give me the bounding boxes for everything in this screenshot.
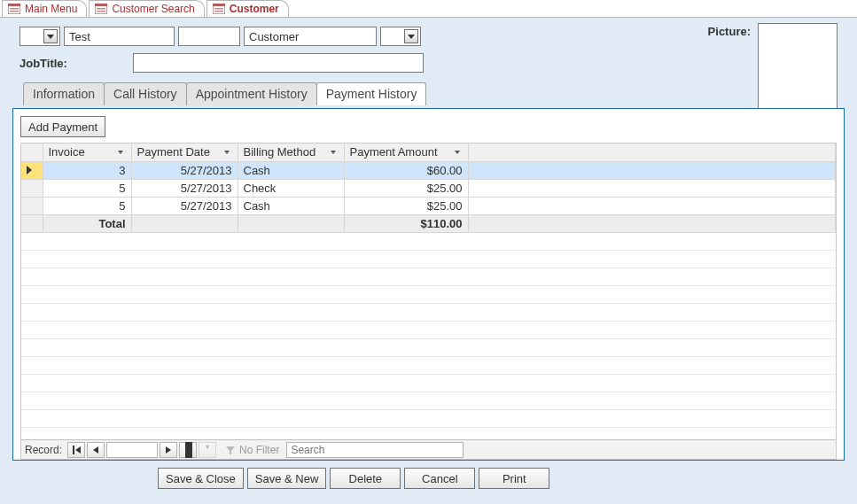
record-navigator: Record: No Filter Search bbox=[21, 439, 836, 459]
grid-header-row: Invoice Payment Date Billing Method Paym… bbox=[21, 143, 836, 161]
table-row[interactable]: 5 5/27/2013 Check $25.00 bbox=[21, 179, 836, 197]
cell-blank bbox=[238, 214, 344, 232]
recnav-label: Record: bbox=[25, 444, 62, 456]
cell-amount[interactable]: $25.00 bbox=[344, 179, 468, 197]
form-icon bbox=[8, 4, 20, 14]
filter-indicator[interactable]: No Filter bbox=[225, 444, 279, 456]
chevron-down-icon[interactable] bbox=[328, 147, 339, 158]
cell-blank bbox=[131, 214, 238, 232]
cell-method[interactable]: Cash bbox=[238, 197, 344, 214]
new-record-button[interactable] bbox=[199, 442, 216, 458]
app-tab-main-menu[interactable]: Main Menu bbox=[2, 0, 87, 17]
record-number-field[interactable] bbox=[106, 442, 158, 458]
cell-blank bbox=[468, 214, 836, 232]
cell-invoice[interactable]: 5 bbox=[43, 179, 131, 197]
app-tab-label: Customer bbox=[230, 3, 279, 15]
total-label: Total bbox=[43, 214, 131, 232]
tab-call-history[interactable]: Call History bbox=[104, 82, 187, 105]
suffix-select[interactable] bbox=[380, 27, 421, 46]
col-label: Billing Method bbox=[244, 145, 316, 159]
form-icon bbox=[213, 4, 225, 14]
prefix-select[interactable] bbox=[19, 27, 60, 46]
total-amount: $110.00 bbox=[344, 214, 468, 232]
dropdown-icon bbox=[43, 29, 58, 43]
row-selector[interactable] bbox=[21, 197, 43, 214]
app-tab-bar: Main Menu Customer Search Customer bbox=[0, 0, 857, 18]
app-tab-customer[interactable]: Customer bbox=[206, 0, 289, 17]
col-payment-amount[interactable]: Payment Amount bbox=[344, 143, 468, 161]
app-tab-customer-search[interactable]: Customer Search bbox=[89, 0, 204, 17]
cell-method[interactable]: Check bbox=[238, 179, 344, 197]
cancel-button[interactable]: Cancel bbox=[404, 468, 475, 489]
search-input[interactable]: Search bbox=[286, 442, 464, 458]
cell-invoice[interactable]: 5 bbox=[43, 197, 131, 214]
filter-text: No Filter bbox=[239, 444, 279, 456]
prev-record-button[interactable] bbox=[87, 442, 105, 458]
next-record-button[interactable] bbox=[160, 442, 177, 458]
payments-grid: Invoice Payment Date Billing Method Paym… bbox=[20, 143, 837, 460]
table-row[interactable]: 5 5/27/2013 Cash $25.00 bbox=[21, 197, 836, 214]
middle-name-field[interactable] bbox=[178, 27, 240, 46]
cell-amount[interactable]: $25.00 bbox=[344, 197, 468, 214]
form-icon bbox=[95, 4, 107, 14]
cell-blank bbox=[468, 161, 836, 179]
save-close-button[interactable]: Save & Close bbox=[158, 468, 244, 489]
grid-empty-area bbox=[21, 233, 836, 440]
row-selector[interactable] bbox=[21, 179, 43, 197]
svg-rect-3 bbox=[10, 11, 19, 12]
svg-rect-7 bbox=[97, 11, 105, 12]
app-tab-label: Main Menu bbox=[25, 3, 77, 15]
cell-date[interactable]: 5/27/2013 bbox=[131, 197, 238, 214]
first-name-field[interactable]: Test bbox=[64, 27, 175, 46]
svg-rect-11 bbox=[214, 11, 223, 12]
tab-payment-history[interactable]: Payment History bbox=[316, 82, 427, 105]
col-billing-method[interactable]: Billing Method bbox=[238, 143, 344, 161]
picture-box[interactable] bbox=[758, 23, 838, 112]
save-new-button[interactable]: Save & New bbox=[247, 468, 327, 489]
cell-date[interactable]: 5/27/2013 bbox=[131, 179, 238, 197]
jobtitle-field[interactable] bbox=[133, 53, 424, 73]
select-all-corner[interactable] bbox=[21, 143, 43, 161]
col-blank bbox=[468, 143, 836, 161]
last-name-field[interactable]: Customer bbox=[244, 27, 377, 46]
delete-button[interactable]: Delete bbox=[330, 468, 401, 489]
chevron-down-icon[interactable] bbox=[452, 147, 463, 158]
cell-blank bbox=[468, 179, 836, 197]
first-record-button[interactable] bbox=[67, 442, 85, 458]
app-tab-label: Customer Search bbox=[112, 3, 194, 15]
row-selector bbox=[21, 214, 43, 232]
svg-rect-6 bbox=[97, 8, 105, 10]
svg-rect-1 bbox=[8, 4, 20, 6]
command-bar: Save & Close Save & New Delete Cancel Pr… bbox=[0, 461, 857, 489]
svg-rect-9 bbox=[213, 4, 225, 6]
add-payment-button[interactable]: Add Payment bbox=[20, 116, 105, 137]
customer-form-header: Test Customer JobTitle: Picture: Informa… bbox=[0, 18, 857, 108]
cell-date[interactable]: 5/27/2013 bbox=[131, 161, 238, 179]
cell-amount[interactable]: $60.00 bbox=[344, 161, 468, 179]
chevron-down-icon[interactable] bbox=[115, 147, 126, 158]
tab-appointment-history[interactable]: Appointment History bbox=[186, 82, 317, 105]
chevron-down-icon[interactable] bbox=[222, 147, 232, 158]
print-button[interactable]: Print bbox=[479, 468, 549, 489]
col-payment-date[interactable]: Payment Date bbox=[131, 143, 238, 161]
payment-history-panel: Add Payment Invoice Payment Date Billing… bbox=[12, 108, 845, 461]
jobtitle-label: JobTitle: bbox=[19, 57, 124, 70]
cell-invoice[interactable]: 3 bbox=[43, 161, 131, 179]
cell-blank bbox=[468, 197, 836, 214]
funnel-icon bbox=[225, 445, 236, 455]
col-invoice[interactable]: Invoice bbox=[43, 143, 131, 161]
row-selector[interactable] bbox=[21, 161, 43, 179]
svg-marker-12 bbox=[226, 446, 235, 454]
table-row[interactable]: 3 5/27/2013 Cash $60.00 bbox=[21, 161, 836, 179]
dropdown-icon bbox=[404, 29, 418, 43]
col-label: Invoice bbox=[49, 145, 85, 159]
col-label: Payment Date bbox=[137, 145, 210, 159]
svg-rect-5 bbox=[95, 4, 107, 6]
total-row: Total $110.00 bbox=[21, 214, 836, 232]
last-record-button[interactable] bbox=[179, 442, 197, 458]
cell-method[interactable]: Cash bbox=[238, 161, 344, 179]
svg-rect-10 bbox=[214, 8, 223, 10]
col-label: Payment Amount bbox=[350, 145, 438, 159]
svg-rect-2 bbox=[10, 8, 19, 10]
tab-information[interactable]: Information bbox=[23, 82, 105, 105]
